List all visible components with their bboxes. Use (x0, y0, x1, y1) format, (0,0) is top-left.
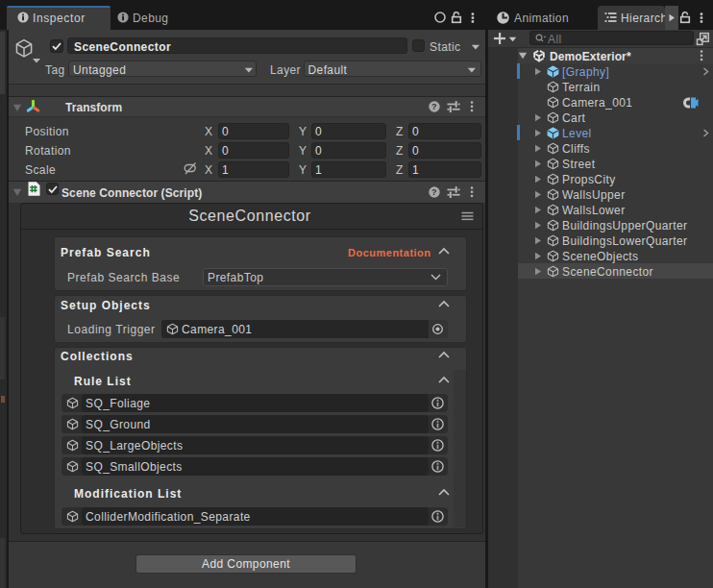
svg-text:?: ? (431, 102, 437, 111)
svg-text:?: ? (431, 187, 437, 197)
